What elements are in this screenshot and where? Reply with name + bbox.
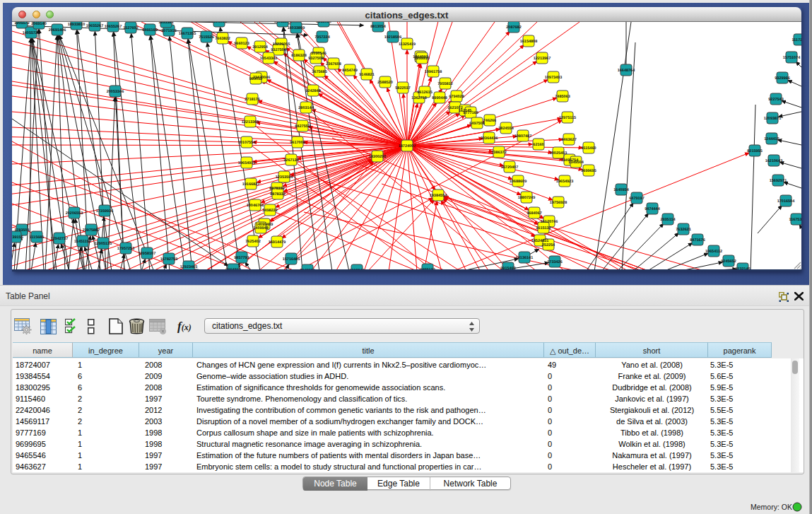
svg-text:9857791: 9857791 — [234, 256, 249, 260]
svg-text:1733426: 1733426 — [547, 260, 562, 264]
svg-text:12353594: 12353594 — [276, 175, 293, 180]
svg-text:15716485: 15716485 — [283, 257, 300, 262]
svg-text:10958107: 10958107 — [139, 252, 155, 256]
svg-text:7515526: 7515526 — [199, 35, 213, 40]
svg-text:1899910: 1899910 — [414, 57, 429, 61]
svg-text:9245652: 9245652 — [721, 259, 736, 264]
svg-text:3824554: 3824554 — [498, 127, 514, 131]
svg-text:20053346: 20053346 — [107, 90, 124, 94]
svg-text:9327508: 9327508 — [308, 57, 323, 61]
svg-text:19384554: 19384554 — [430, 194, 447, 198]
svg-text:10046766: 10046766 — [247, 204, 264, 208]
svg-text:19218506: 19218506 — [384, 35, 401, 40]
svg-text:18933810: 18933810 — [68, 23, 85, 27]
svg-text:10807487: 10807487 — [514, 134, 531, 139]
svg-text:9915460: 9915460 — [500, 267, 515, 271]
svg-text:12213967: 12213967 — [534, 57, 551, 61]
svg-text:12213369: 12213369 — [242, 120, 259, 124]
svg-text:9617006: 9617006 — [290, 141, 305, 145]
svg-text:1239155: 1239155 — [12, 235, 23, 240]
svg-text:10688609: 10688609 — [510, 180, 526, 184]
svg-text:16671355: 16671355 — [179, 32, 196, 36]
svg-text:2069140: 2069140 — [31, 22, 46, 26]
svg-text:9232145: 9232145 — [735, 267, 750, 271]
svg-text:19166827: 19166827 — [242, 182, 259, 187]
svg-text:8454749: 8454749 — [342, 69, 357, 73]
svg-text:15720407: 15720407 — [501, 165, 518, 170]
svg-text:12905135: 12905135 — [95, 242, 112, 246]
svg-text:1244415: 1244415 — [764, 137, 779, 141]
svg-text:1615132: 1615132 — [536, 226, 551, 230]
svg-text:3912954: 3912954 — [252, 45, 268, 49]
svg-text:252254: 252254 — [542, 243, 555, 247]
svg-text:9227543: 9227543 — [768, 98, 783, 102]
svg-text:20206553: 20206553 — [66, 211, 83, 216]
svg-text:1349504: 1349504 — [568, 160, 584, 165]
svg-text:7625402: 7625402 — [245, 240, 260, 244]
svg-text:9463627: 9463627 — [561, 138, 576, 142]
svg-text:7632621: 7632621 — [676, 228, 690, 232]
svg-text:62160: 62160 — [533, 143, 543, 147]
svg-text:14055724: 14055724 — [23, 31, 40, 35]
svg-text:2803144: 2803144 — [298, 106, 314, 110]
svg-text:10655267: 10655267 — [86, 24, 103, 28]
svg-text:15692971: 15692971 — [770, 179, 787, 183]
svg-text:6479197: 6479197 — [629, 197, 644, 201]
svg-text:10107554: 10107554 — [238, 141, 256, 145]
svg-text:1092346: 1092346 — [349, 269, 364, 271]
svg-text:9660123: 9660123 — [234, 42, 249, 46]
svg-text:8813054: 8813054 — [370, 25, 386, 29]
svg-text:1115681: 1115681 — [30, 235, 45, 240]
svg-text:7955812: 7955812 — [437, 82, 452, 86]
svg-text:12093871: 12093871 — [764, 117, 781, 121]
svg-text:10025453: 10025453 — [550, 151, 567, 156]
svg-text:19654915: 19654915 — [238, 161, 255, 165]
svg-text:7386372: 7386372 — [491, 151, 506, 155]
svg-text:10961758: 10961758 — [425, 70, 442, 74]
svg-text:17359936: 17359936 — [96, 209, 113, 214]
svg-text:16120746: 16120746 — [541, 220, 558, 224]
svg-text:9464312: 9464312 — [225, 268, 240, 271]
svg-text:9115460: 9115460 — [581, 146, 596, 151]
svg-text:2588520: 2588520 — [377, 81, 392, 85]
svg-text:9329966: 9329966 — [775, 76, 789, 81]
svg-text:2090546: 2090546 — [311, 52, 326, 56]
svg-text:13226055: 13226055 — [273, 42, 290, 47]
svg-text:8990448: 8990448 — [432, 96, 447, 100]
svg-text:12923465: 12923465 — [180, 265, 197, 269]
svg-text:9612615: 9612615 — [417, 90, 432, 95]
svg-text:16648764: 16648764 — [618, 69, 635, 73]
svg-text:12942737: 12942737 — [51, 237, 68, 241]
svg-text:17957253: 17957253 — [117, 247, 134, 251]
svg-text:23975887: 23975887 — [83, 228, 100, 233]
svg-text:1527602: 1527602 — [123, 26, 138, 30]
svg-text:18724007: 18724007 — [399, 144, 416, 148]
svg-text:989012: 989012 — [249, 77, 262, 81]
svg-text:2718176: 2718176 — [245, 98, 259, 102]
svg-text:7357224: 7357224 — [314, 35, 330, 40]
svg-text:3267130: 3267130 — [283, 158, 298, 163]
svg-text:8471676: 8471676 — [690, 238, 705, 243]
svg-text:8878332: 8878332 — [269, 187, 284, 191]
svg-text:1071915: 1071915 — [161, 29, 176, 33]
svg-text:1640954: 1640954 — [613, 188, 629, 192]
svg-text:9327506: 9327506 — [271, 48, 286, 52]
svg-text:3498222: 3498222 — [262, 209, 277, 213]
svg-text:1167533: 1167533 — [789, 218, 801, 222]
svg-text:3675685: 3675685 — [312, 70, 326, 74]
svg-text:6794028: 6794028 — [449, 95, 464, 99]
svg-text:16033809: 16033809 — [274, 22, 291, 24]
svg-text:1362715: 1362715 — [411, 96, 426, 100]
svg-text:19654923: 19654923 — [556, 180, 573, 184]
svg-text:11325419: 11325419 — [399, 42, 416, 47]
svg-text:1783501: 1783501 — [14, 228, 29, 233]
svg-text:12975115: 12975115 — [559, 116, 576, 120]
svg-text:16210643: 16210643 — [765, 159, 782, 163]
svg-text:3684067: 3684067 — [526, 211, 541, 216]
svg-text:10543342: 10543342 — [260, 57, 277, 61]
svg-text:9699695: 9699695 — [581, 169, 596, 173]
svg-text:6466160: 6466160 — [142, 28, 157, 33]
svg-text:16914479: 16914479 — [269, 240, 286, 245]
svg-text:10654112: 10654112 — [705, 250, 722, 254]
svg-text:14136141: 14136141 — [516, 256, 533, 260]
